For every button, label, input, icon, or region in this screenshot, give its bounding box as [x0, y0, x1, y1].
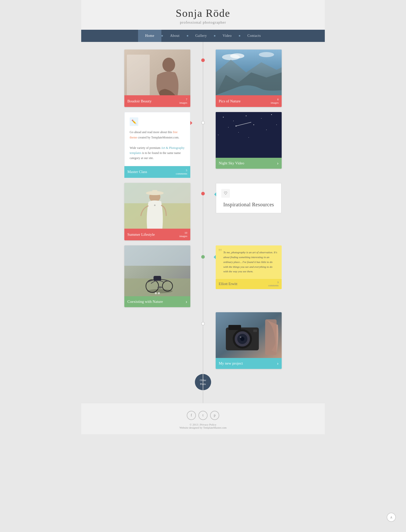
- timeline-row: 📷: [81, 183, 325, 240]
- timeline-row: 📷: [81, 50, 325, 107]
- svg-point-13: [261, 118, 262, 119]
- svg-point-17: [238, 132, 239, 133]
- svg-point-37: [157, 286, 162, 288]
- site-header: Sonja Röde professional photographer: [81, 0, 325, 30]
- node-dot: [201, 255, 205, 259]
- blog-text: Go ahead and read more about this free t…: [130, 130, 185, 161]
- card-title: Pics of Nature: [219, 99, 241, 103]
- timeline-node: [201, 121, 205, 124]
- social-icons: f t p: [86, 411, 320, 420]
- svg-point-15: [276, 124, 277, 125]
- svg-point-21: [248, 137, 249, 138]
- svg-point-18: [253, 124, 254, 125]
- pinterest-icon[interactable]: p: [210, 411, 219, 420]
- quote-footer: Elliott Erwitt 9comments: [216, 279, 282, 289]
- card-boudoir-beauty[interactable]: 📷: [124, 50, 190, 107]
- quote-icon: ": [218, 247, 222, 257]
- site-footer: f t p © 2013 | Privacy Policy Website de…: [81, 403, 325, 434]
- copyright: © 2013 | Privacy Policy: [86, 423, 320, 426]
- arrow-left: [214, 192, 216, 196]
- node-dot: [201, 192, 205, 195]
- card-footer: Coexisting with Nature ›: [124, 296, 190, 307]
- card-my-new-project[interactable]: ✏️: [216, 312, 282, 369]
- timeline-row: ✏️ Go ahead and read more about this fre…: [81, 112, 325, 178]
- card-title: My new project: [219, 361, 243, 366]
- svg-point-19: [266, 130, 267, 130]
- svg-rect-9: [216, 112, 282, 158]
- card-title: Master Class: [127, 170, 147, 174]
- card-footer: Night Sky Video ›: [216, 158, 282, 169]
- card-count: 10images: [179, 231, 187, 238]
- tumblr-icon[interactable]: t: [198, 411, 208, 420]
- svg-point-11: [233, 121, 234, 121]
- svg-point-10: [223, 117, 224, 118]
- svg-rect-48: [265, 319, 277, 355]
- arrow-right: [190, 121, 192, 125]
- pencil-icon: ✏️: [130, 117, 138, 126]
- svg-point-30: [154, 205, 156, 206]
- node-dot: [201, 58, 205, 62]
- timeline-row: ✏️: [81, 312, 325, 369]
- svg-rect-41: [228, 325, 241, 330]
- nav-item-about[interactable]: About: [163, 30, 187, 42]
- nav-item-gallery[interactable]: Gallery: [188, 30, 214, 42]
- card-footer: Summer Lifestyle 10images: [124, 229, 190, 240]
- svg-point-2: [162, 58, 175, 72]
- site-subtitle: professional photographer: [86, 20, 320, 25]
- arrow-icon: ›: [277, 160, 279, 166]
- svg-point-20: [218, 135, 218, 135]
- facebook-icon[interactable]: f: [187, 411, 196, 420]
- art-photo-link[interactable]: Art & Photography templates: [130, 146, 184, 155]
- svg-rect-32: [124, 245, 190, 266]
- card-footer: Boudoir Beauty 7images: [124, 95, 190, 107]
- card-footer: Pics of Nature 8images: [216, 95, 282, 107]
- card-title: Night Sky Video: [219, 161, 244, 165]
- timeline-node: [201, 192, 205, 195]
- card-master-class[interactable]: ✏️ Go ahead and read more about this fre…: [124, 112, 190, 166]
- quote-author: Elliott Erwitt: [219, 282, 238, 286]
- card-coexisting-nature[interactable]: 🎬: [124, 245, 190, 307]
- svg-point-38: [147, 289, 173, 293]
- timeline-node: [201, 255, 205, 259]
- svg-point-5: [230, 53, 244, 58]
- card-title: Boudoir Beauty: [127, 99, 151, 103]
- svg-point-23: [235, 126, 236, 127]
- svg-rect-36: [154, 276, 161, 281]
- card-footer: My new project ›: [216, 358, 282, 369]
- free-theme-link[interactable]: free theme: [130, 130, 178, 139]
- card-count: 8images: [271, 98, 279, 104]
- card-quote[interactable]: " To me, photography is an art of observ…: [216, 245, 282, 279]
- card-inspirational-resources[interactable]: ♡ Inspirational Resources: [216, 183, 282, 213]
- site-title: Sonja Röde: [86, 7, 320, 19]
- card-title: Summer Lifestyle: [127, 232, 155, 237]
- quote-count: 9comments: [268, 281, 279, 287]
- node-dot: [201, 121, 205, 124]
- svg-point-12: [246, 116, 247, 116]
- card-count: 7images: [179, 98, 187, 104]
- timeline-row: 🎬: [81, 245, 325, 307]
- card-summer-lifestyle[interactable]: 📷: [124, 183, 190, 240]
- nav-item-video[interactable]: Video: [215, 30, 239, 42]
- timeline-node: [201, 322, 205, 325]
- card-footer: Master Class 5comments: [124, 166, 190, 178]
- card-count: 5comments: [176, 169, 187, 175]
- timeline: 📷: [81, 42, 325, 403]
- svg-point-6: [259, 52, 274, 57]
- nav-item-contacts[interactable]: Contacts: [240, 30, 268, 42]
- svg-point-46: [240, 336, 241, 338]
- svg-rect-47: [253, 330, 257, 332]
- inspirational-title: Inspirational Resources: [223, 202, 274, 208]
- node-dot: [201, 322, 205, 325]
- main-nav: Home About Gallery Video Contacts: [81, 30, 325, 42]
- card-title: Coexisting with Nature: [127, 300, 163, 304]
- svg-point-14: [271, 114, 272, 115]
- arrow-icon: ›: [277, 361, 279, 366]
- quote-text: To me, photography is an art of observat…: [220, 250, 278, 274]
- svg-rect-29: [152, 190, 157, 194]
- timeline-node: [201, 58, 205, 62]
- card-pics-nature[interactable]: 📷: [216, 50, 282, 107]
- svg-point-16: [228, 127, 229, 128]
- credit: Website designed by TemplateMaster.com: [86, 426, 320, 429]
- card-night-sky-video[interactable]: 🎬: [216, 112, 282, 169]
- nav-item-home[interactable]: Home: [138, 30, 161, 42]
